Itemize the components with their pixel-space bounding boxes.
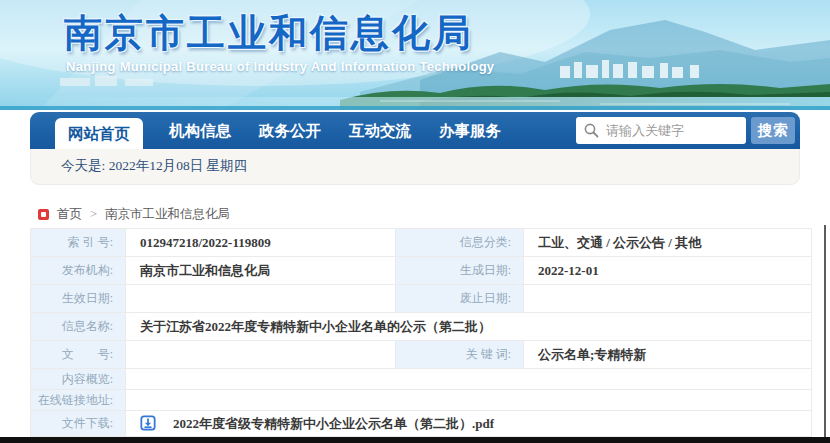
table-row: 内容概览:	[31, 369, 812, 390]
search-box: 搜索	[576, 117, 795, 144]
page: 南京市工业和信息化局 Nanjing Municipal Bureau of I…	[0, 0, 830, 443]
document-info-table: 索 引 号: 012947218/2022-119809 信息分类: 工业、交通…	[30, 228, 812, 437]
field-label-info-name: 信息名称:	[31, 313, 126, 341]
field-value-info-category: 工业、交通 / 公示公告 / 其他	[524, 229, 812, 257]
window-bottom-edge	[0, 437, 830, 443]
table-row: 发布机构: 南京市工业和信息化局 生成日期: 2022-12-01	[31, 257, 812, 285]
field-value-info-name: 关于江苏省2022年度专精特新中小企业名单的公示（第二批）	[126, 313, 812, 341]
field-value-content-overview	[126, 369, 812, 390]
nav-tab-interaction[interactable]: 互动交流	[335, 112, 425, 149]
nav-tab-org-info[interactable]: 机构信息	[155, 112, 245, 149]
field-label-doc-number: 文 号:	[31, 341, 126, 369]
table-row: 索 引 号: 012947218/2022-119809 信息分类: 工业、交通…	[31, 229, 812, 257]
main-nav: 网站首页 机构信息 政务公开 互动交流 办事服务 搜索	[30, 112, 800, 149]
field-value-file-download: 2022年度省级专精特新中小企业公示名单（第二批）.pdf	[126, 411, 812, 437]
site-header: 南京市工业和信息化局 Nanjing Municipal Bureau of I…	[0, 0, 830, 110]
red-home-marker-icon	[38, 209, 49, 220]
search-icon	[583, 122, 600, 139]
field-value-online-link	[126, 390, 812, 411]
date-bar: 今天是: 2022年12月08日 星期四	[30, 149, 800, 185]
download-icon	[140, 415, 156, 431]
field-value-repeal-date	[524, 285, 812, 313]
table-row: 生效日期: 废止日期:	[31, 285, 812, 313]
field-value-keywords: 公示名单;专精特新	[524, 341, 812, 369]
search-input[interactable]	[576, 117, 746, 144]
nav-tab-home[interactable]: 网站首页	[55, 118, 143, 149]
nav-tab-gov-disclosure[interactable]: 政务公开	[245, 112, 335, 149]
field-value-generated-date: 2022-12-01	[524, 257, 812, 285]
nav-tab-services[interactable]: 办事服务	[425, 112, 515, 149]
table-row: 在线链接地址:	[31, 390, 812, 411]
field-label-info-category: 信息分类:	[396, 229, 524, 257]
field-label-keywords: 关 键 词:	[396, 341, 524, 369]
search-button[interactable]: 搜索	[751, 117, 795, 144]
field-label-generated-date: 生成日期:	[396, 257, 524, 285]
window-right-edge	[824, 225, 826, 437]
breadcrumb: 首页 > 南京市工业和信息化局	[38, 206, 230, 222]
site-subtitle-en: Nanjing Municipal Bureau of Industry And…	[66, 59, 494, 74]
today-date-text: 今天是: 2022年12月08日 星期四	[61, 149, 247, 183]
field-label-index-no: 索 引 号:	[31, 229, 126, 257]
field-value-effective-date	[126, 285, 396, 313]
field-value-issuing-agency: 南京市工业和信息化局	[126, 257, 396, 285]
breadcrumb-home-link[interactable]: 首页	[57, 206, 82, 223]
field-value-index-no: 012947218/2022-119809	[126, 229, 396, 257]
field-label-repeal-date: 废止日期:	[396, 285, 524, 313]
file-download-link[interactable]: 2022年度省级专精特新中小企业公示名单（第二批）.pdf	[173, 416, 494, 431]
breadcrumb-separator: >	[90, 207, 97, 222]
table-row: 文件下载: 2022年度省级专精特新中小企业公示名单（第二批）.pdf	[31, 411, 812, 437]
table-row: 信息名称: 关于江苏省2022年度专精特新中小企业名单的公示（第二批）	[31, 313, 812, 341]
field-label-content-overview: 内容概览:	[31, 369, 126, 390]
field-value-doc-number	[126, 341, 396, 369]
field-label-file-download: 文件下载:	[31, 411, 126, 437]
site-title: 南京市工业和信息化局	[64, 8, 474, 59]
field-label-issuing-agency: 发布机构:	[31, 257, 126, 285]
breadcrumb-current: 南京市工业和信息化局	[105, 206, 230, 223]
table-row: 文 号: 关 键 词: 公示名单;专精特新	[31, 341, 812, 369]
field-label-online-link: 在线链接地址:	[31, 390, 126, 411]
field-label-effective-date: 生效日期:	[31, 285, 126, 313]
